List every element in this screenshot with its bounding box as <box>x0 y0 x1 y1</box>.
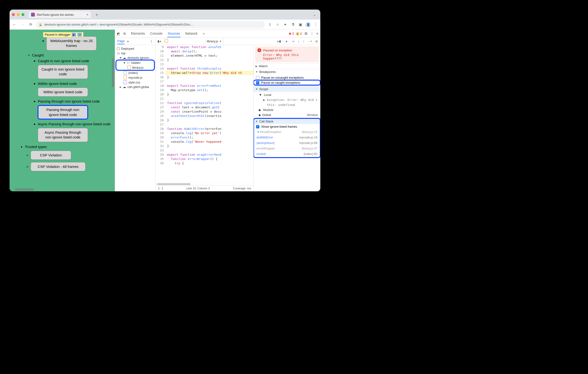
tab-close-icon[interactable]: × <box>86 13 88 17</box>
code-line[interactable]: 12} <box>156 58 253 62</box>
code-line[interactable]: 28function doWithError(errorFun <box>156 127 253 131</box>
callstack-frame[interactable]: doWithErrormycode.js:18 <box>254 135 320 140</box>
deactivate-breakpoints-button[interactable]: ⊘ <box>315 40 318 43</box>
tab-overflow-button[interactable]: ⌄ <box>311 13 318 17</box>
code-line[interactable]: 23 const text = document.getE <box>156 105 253 109</box>
csp-violation-all-button[interactable]: CSP Violation - All frames <box>31 162 85 171</box>
callstack-frame[interactable]: onclick(index):83 <box>254 151 320 157</box>
code-line[interactable]: 20} <box>156 92 253 96</box>
settings-gear-icon[interactable]: ⚙ <box>304 31 308 36</box>
code-line[interactable]: 27 <box>156 122 253 127</box>
code-line[interactable]: 24 const insertionPoint = docu <box>156 109 253 114</box>
bookmark-icon[interactable]: ☆ <box>275 22 280 27</box>
caught-nonignore-button[interactable]: Caught in non ignore listed code <box>38 65 88 79</box>
pause-caught-row[interactable]: Pause on caught exceptions <box>254 80 320 85</box>
scope-exception[interactable]: ▶ Exception: Error: Why did t <box>254 97 320 102</box>
navigator-menu-icon[interactable]: ⋮ <box>150 40 153 43</box>
code-line[interactable]: 32} <box>156 144 253 148</box>
device-toolbar-icon[interactable]: ⧉ <box>123 32 126 36</box>
nav-style-file[interactable]: style.css <box>116 80 154 85</box>
nav-index-file[interactable]: (index) <box>116 70 154 75</box>
code-line[interactable]: 15 throw-sel">throw new Error('Why did t… <box>156 71 253 75</box>
code-line[interactable]: 18export function errorFromRunt <box>156 84 253 88</box>
tab-overflow-icon[interactable]: » <box>202 30 205 37</box>
error-badge[interactable]: ⊗ 1 <box>289 32 294 35</box>
tab-elements[interactable]: Elements <box>130 30 145 37</box>
code-line[interactable]: 14export function throwExceptio <box>156 66 253 71</box>
profile-avatar[interactable]: 👤 <box>305 22 311 27</box>
scope-global[interactable]: ▶ Global Window <box>254 112 320 118</box>
watch-header[interactable]: ▶Watch <box>254 63 320 69</box>
share-icon[interactable]: ⇧ <box>267 22 273 27</box>
async-passing-button[interactable]: Async Passing through non ignore listed … <box>38 128 88 142</box>
forward-button[interactable]: → <box>20 22 25 27</box>
code-line[interactable]: 29 console.log('No error yet') <box>156 131 253 135</box>
warning-badge[interactable]: ◧ 2 <box>296 32 302 35</box>
step-out-button[interactable]: ↑ <box>303 40 304 43</box>
flask-icon[interactable]: ⚗ <box>290 22 295 27</box>
show-ignore-listed-checkbox[interactable] <box>256 125 259 128</box>
breakpoints-header[interactable]: ▼Breakpoints <box>254 69 320 75</box>
resume-button[interactable]: ⏵ <box>285 40 288 43</box>
code-line[interactable]: 10 await delay(); <box>156 49 253 53</box>
code-line[interactable]: 33 <box>156 148 253 153</box>
code-hscrollbar[interactable] <box>156 183 253 185</box>
back-button[interactable]: ← <box>11 22 17 27</box>
toggle-sidebar-icon[interactable]: ▸▮ <box>277 40 281 43</box>
code-line[interactable]: 11 element.innerHTML = text; <box>156 53 253 58</box>
nav-origin[interactable]: ▾☁devtools-ignore… <box>116 55 154 60</box>
browser-tab[interactable]: DevTools ignore list stories × <box>29 11 91 18</box>
step-over-button[interactable]: ⤼ <box>292 40 294 43</box>
nav-hidden-folder[interactable]: ▾🗀hidden <box>116 61 154 65</box>
nav-mycode-file[interactable]: mycode.js <box>116 75 154 80</box>
sources-page-tab[interactable]: Page <box>117 38 125 44</box>
tab-sources[interactable]: Sources <box>167 30 180 37</box>
code-line[interactable]: 21 <box>156 96 253 101</box>
code-line[interactable]: 16} <box>156 75 253 79</box>
within-ignore-button[interactable]: Within ignore listed code <box>38 87 88 96</box>
toggle-navigator-icon[interactable]: ▮◂ <box>158 40 161 43</box>
callstack-frame[interactable]: (anonymous)mycode.js:89 <box>254 140 320 146</box>
code-line[interactable]: 26} <box>156 118 253 122</box>
code-line[interactable]: 34export function wrapErrorHand <box>156 153 253 157</box>
code-line[interactable]: 22function ignoredcspviolation( <box>156 101 253 105</box>
sources-page-overflow-icon[interactable]: » <box>127 40 129 43</box>
chrome-menu-icon[interactable]: ⋮ <box>313 22 318 27</box>
file-tab-close-icon[interactable]: × <box>220 40 221 43</box>
resume-mini-button[interactable]: ▶ <box>72 33 76 37</box>
nav-library-file[interactable]: library.js <box>116 65 154 70</box>
code-line[interactable]: 9export async function unsafeS <box>156 45 253 49</box>
code-line[interactable]: 35 function errorWrapper() { <box>156 157 253 161</box>
code-line[interactable]: 30 errorFunc(); <box>156 135 253 140</box>
tab-console[interactable]: Console <box>150 30 163 37</box>
extensions-icon[interactable]: ✦ <box>283 22 288 27</box>
tab-network[interactable]: Network <box>185 30 198 37</box>
pretty-print-icon[interactable]: { } <box>158 187 163 190</box>
show-ignore-listed-row[interactable]: Show ignore-listed frames <box>254 124 320 129</box>
wasm-trap-button[interactable]: WebAssembly trap - no JS frames <box>46 36 96 51</box>
page-hscrollbar[interactable] <box>15 188 34 191</box>
omnibox[interactable]: 🔒 devtools-ignore-list-stories.glitch.me… <box>36 21 265 28</box>
code-line[interactable]: 25 unsafeSetInnerHtml(insertio <box>156 114 253 118</box>
pause-uncaught-checkbox[interactable] <box>256 76 259 79</box>
devtools-close-icon[interactable]: × <box>316 32 318 36</box>
callstack-frame[interactable]: errorWrapperlibrary.js:37 <box>254 146 320 151</box>
pause-uncaught-row[interactable]: Pause on uncaught exceptions <box>254 75 320 80</box>
code-line[interactable]: 13 <box>156 62 253 66</box>
step-mini-button[interactable]: ⤼ <box>77 33 82 37</box>
scope-local[interactable]: ▼Local <box>254 92 320 97</box>
page-scrollbar[interactable] <box>112 58 114 87</box>
scope-module[interactable]: ▶Module <box>254 107 320 112</box>
close-window-button[interactable] <box>12 13 15 16</box>
scope-this[interactable]: this: undefined <box>254 102 320 107</box>
callstack-header[interactable]: ▼Call Stack <box>254 119 320 124</box>
callstack-frame[interactable]: ➔throwExceptionlibrary.js:15 <box>254 129 320 135</box>
minimize-window-button[interactable] <box>17 13 20 16</box>
nav-top[interactable]: ▭top <box>116 51 154 55</box>
scope-header[interactable]: ▼Scope <box>254 86 320 92</box>
maximize-window-button[interactable] <box>21 13 24 16</box>
side-panel-icon[interactable]: ▣ <box>298 22 303 27</box>
open-file-tab[interactable]: library.js × <box>163 38 223 44</box>
nav-deployed[interactable]: Deployed <box>116 46 154 51</box>
new-tab-button[interactable]: ＋ <box>93 12 101 17</box>
